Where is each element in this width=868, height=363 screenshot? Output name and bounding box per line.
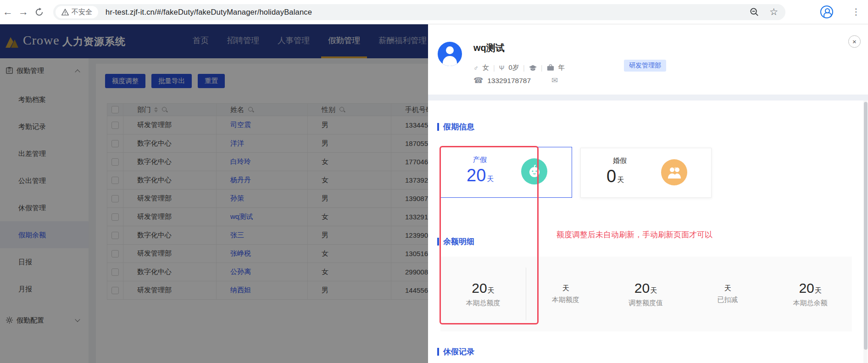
section-holiday-info-label: 假期信息 bbox=[443, 122, 474, 132]
baby-icon bbox=[521, 158, 547, 184]
section-leave-records-label: 休假记录 bbox=[443, 346, 474, 357]
stat-本期总额度: 20天本期总额度 bbox=[440, 280, 526, 307]
holiday-value: 0天 bbox=[606, 167, 624, 186]
annotation-text: 额度调整后未自动刷新，手动刷新页面才可以 bbox=[556, 229, 712, 240]
holiday-type-label: 婚假 bbox=[613, 156, 627, 165]
holiday-card-婚假[interactable]: 婚假0天 bbox=[580, 148, 712, 198]
drawer-scrollbar-thumb[interactable] bbox=[864, 102, 868, 350]
browser-refresh-icon[interactable] bbox=[31, 8, 47, 17]
stat-label: 调整额度值 bbox=[629, 299, 663, 307]
stat-unit: 天 bbox=[488, 286, 495, 295]
divider: | bbox=[493, 64, 495, 72]
avatar bbox=[438, 42, 462, 66]
holiday-card-产假[interactable]: 产假20天 bbox=[440, 147, 572, 198]
gender-value: 女 bbox=[483, 63, 490, 72]
mail-icon: ✉ bbox=[551, 76, 558, 85]
browser-toolbar: ← → 不安全 hr-test.zjf-it.cn/#/fakeDuty/fak… bbox=[0, 0, 868, 24]
stat-unit: 天 bbox=[724, 284, 731, 293]
browser-back-icon[interactable]: ← bbox=[0, 6, 16, 18]
stat-unit: 天 bbox=[815, 286, 822, 295]
close-icon[interactable]: × bbox=[848, 35, 861, 48]
address-bar[interactable]: 不安全 hr-test.zjf-it.cn/#/fakeDuty/fakeDut… bbox=[53, 4, 785, 20]
stat-number: 20 bbox=[634, 280, 650, 296]
profile-info-row: ♂ 女 | Ψ 0岁 | | 年 bbox=[473, 63, 565, 72]
divider: | bbox=[541, 64, 543, 72]
section-balance-detail-label: 余额明细 bbox=[443, 236, 474, 247]
browser-forward-icon[interactable]: → bbox=[16, 6, 31, 18]
holiday-days: 20 bbox=[467, 166, 486, 185]
stat-number: 20 bbox=[472, 280, 487, 296]
section-bar bbox=[437, 348, 439, 356]
screen: ← → 不安全 hr-test.zjf-it.cn/#/fakeDuty/fak… bbox=[0, 0, 868, 363]
tenure-value: 年 bbox=[558, 63, 565, 72]
stat-label: 本期额度 bbox=[552, 296, 579, 304]
department-badge: 研发管理部 bbox=[624, 60, 666, 72]
section-bar bbox=[437, 238, 439, 246]
section-leave-records: 休假记录 bbox=[437, 346, 474, 357]
couple-icon bbox=[661, 159, 687, 185]
stat-value: 天 bbox=[562, 284, 569, 293]
zoom-out-glyph bbox=[750, 7, 759, 17]
detail-drawer: × wq测试 ♂ 女 | Ψ 0岁 | | 年 研发管理部 ☎ 13329178… bbox=[428, 24, 868, 363]
education-icon bbox=[529, 65, 537, 71]
phone-value: 13329178787 bbox=[487, 77, 531, 85]
security-chip[interactable]: 不安全 bbox=[56, 6, 98, 18]
warning-icon bbox=[61, 9, 69, 16]
security-label: 不安全 bbox=[72, 8, 92, 17]
stat-本期总余额: 20天本期总余额 bbox=[768, 280, 852, 307]
holiday-days: 0 bbox=[606, 167, 616, 186]
stat-value: 20天 bbox=[799, 280, 821, 296]
stat-value: 20天 bbox=[634, 280, 657, 296]
section-holiday-info: 假期信息 bbox=[437, 122, 474, 132]
briefcase-icon bbox=[547, 64, 554, 71]
browser-profile-icon[interactable] bbox=[820, 6, 833, 18]
balance-stats-panel: 20天本期总额度天本期额度20天调整额度值天已扣减20天本期总余额 bbox=[440, 257, 852, 331]
holiday-unit: 天 bbox=[487, 175, 494, 184]
browser-menu-icon[interactable]: ⋮ bbox=[851, 6, 861, 17]
stat-已扣减: 天已扣减 bbox=[686, 284, 768, 304]
refresh-glyph bbox=[35, 8, 44, 17]
stat-number: 20 bbox=[799, 280, 814, 296]
stat-unit: 天 bbox=[562, 284, 569, 293]
holiday-type-label: 产假 bbox=[473, 156, 487, 164]
section-balance-detail: 余额明细 bbox=[437, 236, 474, 247]
header-body-divider bbox=[428, 95, 868, 101]
holiday-value: 20天 bbox=[467, 166, 494, 185]
stat-label: 本期总额度 bbox=[466, 299, 500, 307]
zoom-out-icon[interactable] bbox=[750, 7, 759, 17]
age-value: 0岁 bbox=[508, 63, 519, 72]
employee-name: wq测试 bbox=[473, 42, 505, 54]
stat-value: 20天 bbox=[472, 280, 494, 296]
gender-icon: ♂ bbox=[473, 64, 479, 72]
age-icon: Ψ bbox=[499, 64, 505, 72]
phone-icon: ☎ bbox=[473, 76, 483, 85]
bookmark-star-icon[interactable]: ☆ bbox=[769, 6, 778, 17]
stat-调整额度值: 20天调整额度值 bbox=[605, 280, 687, 307]
section-bar bbox=[437, 123, 439, 131]
stat-本期额度: 天本期额度 bbox=[526, 284, 605, 304]
stat-label: 本期总余额 bbox=[793, 299, 828, 307]
stat-unit: 天 bbox=[650, 286, 657, 295]
divider: | bbox=[523, 64, 525, 72]
profile-contact-row: ☎ 13329178787 ✉ bbox=[473, 76, 558, 85]
stat-value: 天 bbox=[724, 284, 731, 293]
holiday-unit: 天 bbox=[617, 176, 624, 184]
url-text[interactable]: hr-test.zjf-it.cn/#/fakeDuty/fakeDutyMan… bbox=[106, 8, 312, 17]
stat-label: 已扣减 bbox=[717, 296, 738, 304]
